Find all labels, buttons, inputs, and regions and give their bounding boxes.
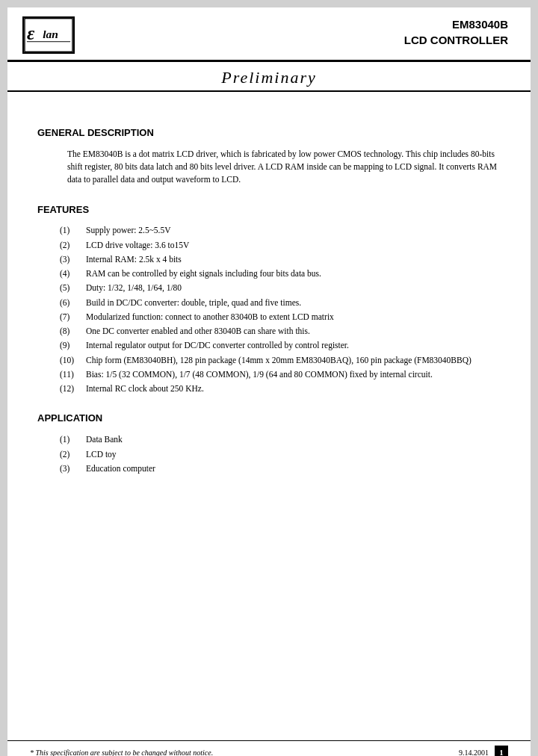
general-description-body: The EM83040B is a dot matrix LCD driver,…: [67, 148, 501, 187]
document-page: ε lan EM83040B LCD CONTROLLER Preliminar…: [7, 7, 531, 756]
application-title: APPLICATION: [37, 412, 501, 426]
list-item: (11)Bias: 1/5 (32 COMMON), 1/7 (48 COMMO…: [60, 368, 501, 381]
features-list: (1)Supply power: 2.5~5.5V (2)LCD drive v…: [60, 224, 501, 395]
list-item: (1)Data Bank: [60, 433, 501, 446]
list-item: (7)Modularized function: connect to anot…: [60, 311, 501, 323]
list-item: (1)Supply power: 2.5~5.5V: [60, 224, 501, 237]
preliminary-text: Preliminary: [221, 68, 317, 87]
general-description-title: GENERAL DESCRIPTION: [37, 126, 501, 140]
main-content: GENERAL DESCRIPTION The EM83040B is a do…: [7, 95, 531, 740]
list-item: (2)LCD toy: [60, 448, 501, 461]
list-item: (4)RAM can be controlled by eight signal…: [60, 267, 501, 280]
preliminary-banner: Preliminary: [7, 62, 531, 92]
header-title: EM83040B LCD CONTROLLER: [404, 16, 508, 48]
list-item: (12)Internal RC clock about 250 KHz.: [60, 382, 501, 395]
model-number: EM83040B: [404, 16, 508, 32]
footer-note: * This specification are subject to be c…: [30, 749, 213, 757]
list-item: (3)Internal RAM: 2.5k x 4 bits: [60, 253, 501, 266]
svg-text:ε: ε: [27, 23, 35, 43]
list-item: (2)LCD drive voltage: 3.6 to15V: [60, 239, 501, 252]
features-title: FEATURES: [37, 203, 501, 217]
footer-date: 9.14.2001: [459, 749, 489, 757]
list-item: (6)Build in DC/DC converter: double, tri…: [60, 297, 501, 309]
list-item: (8)One DC converter enabled and other 83…: [60, 325, 501, 338]
svg-text:lan: lan: [43, 28, 58, 40]
list-item: (3)Education computer: [60, 462, 501, 475]
product-name: LCD CONTROLLER: [404, 32, 508, 48]
page-footer: * This specification are subject to be c…: [7, 740, 531, 756]
page-header: ε lan EM83040B LCD CONTROLLER: [7, 7, 531, 62]
application-list: (1)Data Bank (2)LCD toy (3)Education com…: [60, 433, 501, 475]
logo-area: ε lan: [22, 16, 75, 54]
footer-right: 9.14.2001 1: [459, 746, 508, 756]
company-logo: ε lan: [22, 16, 75, 54]
list-item: (5)Duty: 1/32, 1/48, 1/64, 1/80: [60, 282, 501, 294]
page-number: 1: [495, 746, 508, 756]
list-item: (9)Internal regulator output for DC/DC c…: [60, 339, 501, 352]
list-item: (10)Chip form (EM83040BH), 128 pin packa…: [60, 354, 501, 367]
